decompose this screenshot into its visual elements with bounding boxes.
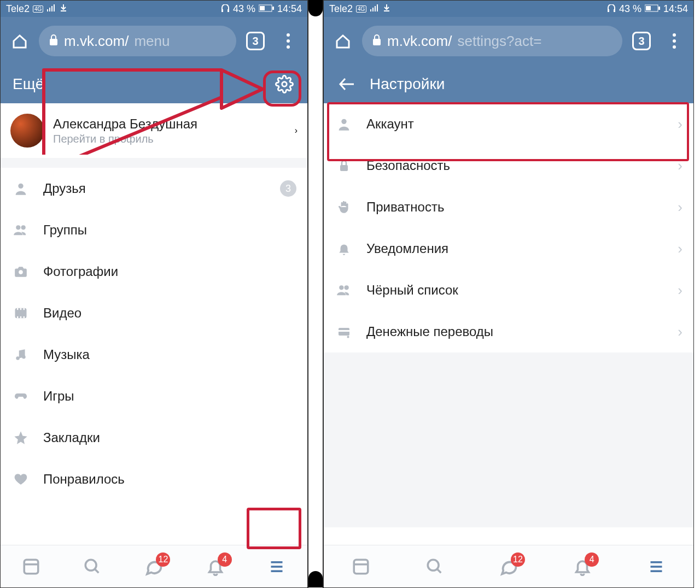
nav-menu[interactable] [640, 550, 673, 583]
svg-rect-23 [24, 560, 38, 574]
back-button[interactable] [336, 73, 358, 95]
svg-point-21 [16, 356, 19, 360]
screenshot-right: Tele2 4G 43 % 14:54 m.vk.com/settings?ac… [323, 0, 694, 588]
svg-point-22 [22, 355, 25, 359]
avatar [10, 114, 44, 148]
menu-groups[interactable]: Группы [1, 209, 307, 251]
svg-point-47 [428, 560, 439, 571]
svg-rect-5 [50, 39, 57, 45]
url-bar[interactable]: m.vk.com/settings?act= [362, 26, 622, 56]
svg-point-39 [341, 119, 346, 124]
url-host: m.vk.com/ [387, 33, 452, 50]
page-title: Ещё [13, 75, 261, 93]
menu-label: Музыка [43, 347, 296, 362]
battery-icon [259, 3, 274, 15]
menu-photos[interactable]: Фотографии [1, 251, 307, 292]
settings-label: Чёрный список [366, 283, 664, 298]
nav-messages[interactable]: 12 [137, 550, 170, 583]
browser-toolbar: m.vk.com/menu 3 [1, 17, 307, 65]
signal-icon [46, 3, 56, 15]
menu-liked[interactable]: Понравилось [1, 458, 307, 500]
browser-menu-button[interactable] [275, 27, 302, 55]
nav-search[interactable] [76, 550, 109, 583]
menu-friends[interactable]: Друзья 3 [1, 168, 307, 209]
svg-rect-4 [272, 7, 274, 10]
svg-rect-16 [20, 308, 21, 310]
settings-blacklist[interactable]: Чёрный список › [324, 269, 693, 311]
screenshot-left: Tele2 4G 43 % 14:54 [0, 0, 308, 588]
browser-home-button[interactable] [329, 27, 357, 55]
svg-point-12 [21, 225, 26, 230]
nav-menu[interactable] [260, 550, 293, 583]
svg-line-26 [95, 569, 99, 573]
svg-point-8 [287, 45, 290, 49]
svg-point-41 [339, 285, 343, 290]
lock-icon [372, 33, 382, 50]
svg-point-11 [16, 225, 20, 230]
menu-bookmarks[interactable]: Закладки [1, 417, 307, 458]
person-icon [11, 179, 30, 198]
settings-label: Безопасность [366, 158, 664, 173]
video-icon [11, 304, 30, 322]
nav-messages[interactable]: 12 [492, 550, 525, 583]
profile-row[interactable]: Александра Бездушная Перейти в профиль › [1, 103, 307, 158]
svg-rect-34 [658, 7, 660, 10]
svg-point-9 [282, 82, 287, 87]
svg-rect-31 [614, 9, 615, 12]
settings-label: Приватность [366, 199, 664, 215]
nav-feed[interactable] [345, 550, 377, 583]
svg-point-13 [19, 270, 23, 274]
svg-rect-44 [339, 330, 349, 332]
heart-icon [11, 470, 30, 489]
settings-security[interactable]: Безопасность › [324, 145, 693, 186]
battery-icon [645, 3, 660, 15]
menu-video[interactable]: Видео [1, 292, 307, 334]
profile-name: Александра Бездушная [53, 116, 286, 132]
browser-menu-button[interactable] [661, 27, 688, 55]
nav-search[interactable] [418, 550, 451, 583]
svg-rect-19 [20, 316, 21, 319]
card-icon [335, 322, 353, 341]
star-icon [11, 428, 30, 447]
menu-label: Понравилось [43, 472, 296, 487]
menu-games[interactable]: Игры [1, 375, 307, 417]
svg-point-6 [287, 33, 290, 37]
tabs-button[interactable]: 3 [242, 27, 269, 55]
chevron-right-icon: › [678, 157, 682, 174]
svg-rect-33 [646, 6, 651, 10]
svg-line-48 [437, 569, 441, 573]
tabs-button[interactable]: 3 [628, 27, 655, 55]
menu-label: Закладки [43, 430, 296, 445]
chevron-right-icon: › [678, 324, 682, 340]
clock: 14:54 [277, 3, 302, 15]
settings-label: Аккаунт [366, 116, 664, 132]
carrier-label: Tele2 [6, 3, 30, 15]
messages-badge: 12 [511, 552, 525, 567]
bell-icon [335, 239, 353, 258]
svg-rect-1 [228, 9, 229, 12]
settings-payments[interactable]: Денежные переводы › [324, 311, 693, 352]
settings-button[interactable] [273, 73, 295, 95]
settings-notifications[interactable]: Уведомления › [324, 228, 693, 269]
browser-home-button[interactable] [6, 27, 33, 55]
nav-feed[interactable] [15, 550, 48, 583]
svg-point-42 [345, 285, 349, 290]
settings-privacy[interactable]: Приватность › [324, 186, 693, 228]
lock-icon [335, 156, 353, 175]
menu-label: Фотографии [43, 264, 296, 279]
svg-rect-18 [17, 316, 18, 319]
url-bar[interactable]: m.vk.com/menu [39, 26, 236, 56]
svg-rect-45 [354, 560, 368, 574]
svg-rect-0 [221, 9, 223, 12]
status-bar: Tele2 4G 43 % 14:54 [1, 1, 307, 17]
svg-rect-35 [373, 39, 381, 45]
menu-music[interactable]: Музыка [1, 334, 307, 375]
nav-notifications[interactable]: 4 [199, 550, 232, 583]
url-host: m.vk.com/ [64, 33, 129, 50]
signal-icon [370, 3, 380, 15]
settings-account[interactable]: Аккаунт › [324, 103, 693, 145]
nav-notifications[interactable]: 4 [566, 550, 599, 583]
svg-point-10 [18, 184, 23, 189]
binder-spine [307, 0, 324, 588]
clock: 14:54 [663, 3, 688, 15]
